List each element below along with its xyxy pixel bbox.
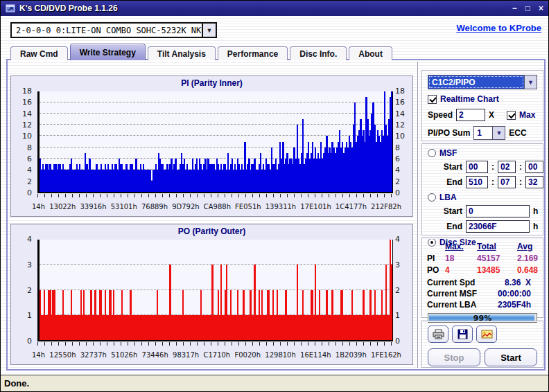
x-tick-label: 13022h bbox=[49, 203, 76, 211]
current-speed-value: 8.36 X bbox=[488, 278, 538, 287]
x-tick-label: CA988h bbox=[204, 203, 231, 211]
chevron-down-icon[interactable]: ▼ bbox=[202, 24, 216, 37]
gridline bbox=[40, 264, 392, 265]
status-text: Done. bbox=[4, 378, 29, 389]
y-tick-label: 4 bbox=[395, 235, 400, 244]
drive-select-value: 2-0-0-0 0:LITE-ON COMBO SOHC-5232K NK07 bbox=[12, 24, 202, 37]
gridline bbox=[40, 113, 392, 114]
x-tick-label: 14h bbox=[32, 203, 45, 211]
lba-start-input[interactable] bbox=[466, 205, 530, 217]
y-tick-label: 3 bbox=[395, 261, 400, 269]
stats-table: Max. Total Avg PI 18 45157 2.169 PO 4 13… bbox=[427, 242, 538, 275]
bar bbox=[391, 265, 392, 340]
stats-group: Max. Total Avg PI 18 45157 2.169 PO 4 13… bbox=[421, 238, 543, 318]
po-row-label: PO bbox=[427, 265, 445, 275]
save-button[interactable] bbox=[452, 326, 473, 343]
gridline bbox=[40, 124, 392, 125]
tab-tilt-analysis[interactable]: Tilt Analysis bbox=[148, 46, 216, 60]
lba-end-label: End bbox=[437, 222, 462, 231]
y-tick-label: 2 bbox=[27, 287, 32, 295]
po-plot-area bbox=[37, 240, 393, 341]
status-bar: Done. bbox=[1, 375, 548, 391]
current-lba-value: 2305F4h bbox=[488, 300, 538, 310]
range-group: MSF Start : : End : : LBA bbox=[421, 143, 543, 235]
msf-radio[interactable] bbox=[428, 149, 436, 157]
y-tick-label: 10 bbox=[395, 132, 405, 141]
x-tick-label: 139311h bbox=[265, 203, 297, 211]
msf-start-min[interactable] bbox=[466, 161, 488, 173]
po-max: 4 bbox=[445, 265, 477, 275]
y-tick-label: 8 bbox=[27, 144, 32, 152]
msf-start-label: Start bbox=[437, 162, 462, 172]
x-tick-label: 1C4177h bbox=[336, 203, 367, 211]
msf-start-frame[interactable] bbox=[525, 161, 543, 173]
gridline bbox=[40, 102, 392, 103]
y-tick-label: 10 bbox=[22, 132, 32, 141]
x-tick-label: 98317h bbox=[173, 351, 199, 359]
x-tick-label: 76889h bbox=[141, 203, 168, 211]
tab-about[interactable]: About bbox=[349, 46, 392, 60]
po-chart-title: PO (Parity Outer) bbox=[11, 226, 412, 236]
chevron-down-icon[interactable]: ▼ bbox=[524, 75, 537, 89]
tab-raw-cmd[interactable]: Raw Cmd bbox=[10, 46, 68, 60]
po-chart: PO (Parity Outer) 01234 01234 14h12550h3… bbox=[10, 224, 413, 365]
po-x-axis-labels: 14h12550h32737h51026h73446h98317hC1710hF… bbox=[32, 351, 401, 359]
print-button[interactable] bbox=[428, 326, 448, 343]
pipo-sum-suffix: ECC bbox=[509, 128, 526, 138]
x-tick-label: 1FE162h bbox=[371, 351, 401, 359]
y-tick-label: 14 bbox=[395, 110, 405, 118]
msf-start-sec[interactable] bbox=[498, 161, 516, 173]
x-tick-label: C1710h bbox=[203, 351, 230, 359]
msf-end-min[interactable] bbox=[466, 176, 488, 188]
tab-write-strategy[interactable]: Write Strategy bbox=[70, 44, 146, 60]
x-tick-label: 129810h bbox=[265, 351, 296, 359]
y-tick-label: 4 bbox=[27, 166, 32, 175]
chevron-down-icon[interactable]: ▼ bbox=[492, 127, 505, 139]
tab-performance[interactable]: Performance bbox=[218, 46, 288, 60]
mode-select[interactable]: C1C2/PIPO ▼ bbox=[428, 75, 537, 89]
vertical-divider bbox=[417, 62, 418, 368]
po-avg: 0.648 bbox=[517, 265, 538, 275]
max-speed-checkbox[interactable] bbox=[507, 111, 516, 120]
realtime-chart-label: Realtime Chart bbox=[440, 94, 499, 104]
pi-row-label: PI bbox=[427, 253, 445, 263]
stop-button[interactable]: Stop bbox=[428, 348, 480, 366]
max-speed-label: Max bbox=[519, 110, 535, 120]
lba-end-input[interactable] bbox=[466, 220, 530, 233]
y-tick-label: 2 bbox=[395, 178, 400, 186]
pi-total: 45157 bbox=[477, 253, 517, 263]
lba-radio[interactable] bbox=[428, 193, 436, 202]
pipo-sum-value: 1 bbox=[474, 127, 492, 139]
y-tick-label: 12 bbox=[395, 121, 405, 130]
x-tick-label: 33916h bbox=[80, 203, 106, 211]
msf-end-frame[interactable] bbox=[525, 176, 543, 188]
app-window: K's CD/DVD Probe 1.1.26 − □ × 2-0-0-0 0:… bbox=[0, 0, 549, 392]
y-tick-label: 6 bbox=[27, 155, 32, 163]
y-tick-label: 1 bbox=[27, 312, 32, 320]
current-msf-value: 00:00:00 bbox=[488, 289, 538, 299]
minimize-button[interactable]: − bbox=[512, 4, 517, 12]
mode-select-value: C1C2/PIPO bbox=[428, 75, 524, 89]
speed-input[interactable] bbox=[456, 109, 485, 121]
drive-select[interactable]: 2-0-0-0 0:LITE-ON COMBO SOHC-5232K NK07 … bbox=[10, 22, 217, 38]
maximize-button[interactable]: □ bbox=[525, 4, 530, 12]
realtime-chart-checkbox[interactable] bbox=[428, 95, 437, 104]
print-icon bbox=[433, 329, 444, 339]
pipo-sum-select[interactable]: 1 ▼ bbox=[473, 126, 505, 140]
po-total: 13485 bbox=[477, 265, 517, 275]
title-bar: K's CD/DVD Probe 1.1.26 − □ × bbox=[1, 1, 548, 16]
x-tick-label: 51026h bbox=[111, 351, 137, 359]
welcome-link[interactable]: Welcome to KProbe bbox=[456, 23, 541, 33]
stats-header-total: Total bbox=[477, 242, 517, 251]
close-button[interactable]: × bbox=[539, 4, 543, 12]
x-tick-label: FE051h bbox=[235, 203, 261, 211]
lba-start-unit: h bbox=[533, 206, 538, 216]
y-tick-label: 18 bbox=[395, 87, 405, 96]
start-button[interactable]: Start bbox=[485, 348, 537, 366]
msf-end-label: End bbox=[437, 177, 462, 187]
tab-disc-info[interactable]: Disc Info. bbox=[290, 46, 347, 60]
y-tick-label: 4 bbox=[395, 166, 400, 175]
gridline bbox=[40, 289, 392, 290]
msf-end-sec[interactable] bbox=[498, 176, 516, 188]
export-image-button[interactable] bbox=[476, 326, 497, 343]
